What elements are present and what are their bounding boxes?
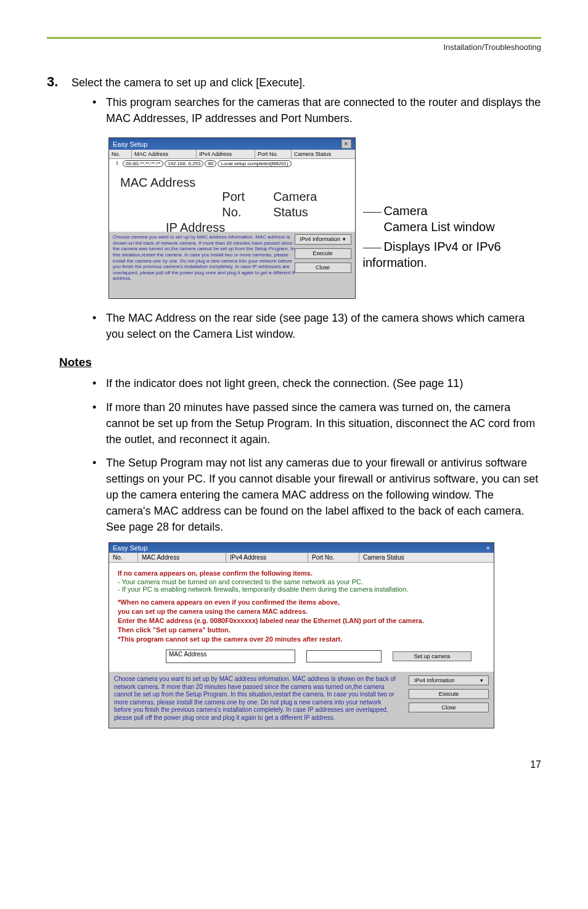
mac-address-input[interactable]: MAC Address bbox=[166, 650, 295, 663]
page-number: 17 bbox=[47, 759, 541, 770]
notes-heading: Notes bbox=[59, 356, 541, 369]
col-no: No. bbox=[109, 553, 138, 562]
execute-button[interactable]: Execute bbox=[409, 689, 489, 699]
step-instruction: Select the camera to set up and click [E… bbox=[71, 75, 305, 91]
col-ip: IPv4 Address bbox=[197, 150, 255, 158]
red-line: *When no camera appears on even if you c… bbox=[118, 598, 485, 607]
dialog-window: Easy Setup × No. MAC Address IPv4 Addres… bbox=[108, 137, 356, 299]
row-mac: 00-80-**-**-**-** bbox=[123, 160, 163, 167]
col-status: Camera Status bbox=[292, 150, 355, 158]
red-line: *This program cannot set up the camera o… bbox=[118, 635, 485, 644]
dialog-title: Easy Setup bbox=[113, 544, 147, 552]
dialog-footer-text: Choose camera you want to set up by MAC … bbox=[114, 675, 400, 722]
row-port: 80 bbox=[205, 160, 216, 167]
ipv4-dropdown[interactable]: IPv4 Information▾ bbox=[409, 675, 489, 685]
close-button[interactable]: Close bbox=[409, 703, 489, 712]
row-no: 1 bbox=[113, 160, 121, 167]
red-line: Enter the MAC address (e.g. 0080F0xxxxxx… bbox=[118, 616, 485, 626]
figure-easy-setup-1: Easy Setup × No. MAC Address IPv4 Addres… bbox=[108, 137, 541, 299]
note-item: If the indicator does not light green, c… bbox=[89, 375, 541, 391]
annot-displays-ipv4: Displays IPv4 or IPv6 information. bbox=[363, 238, 541, 271]
chevron-down-icon: ▾ bbox=[480, 677, 483, 683]
green-line: - Your camera must be turned on and conn… bbox=[118, 578, 485, 585]
chevron-down-icon: ▾ bbox=[343, 236, 346, 243]
note-item: If more than 20 minutes have passed sinc… bbox=[89, 399, 541, 447]
col-status: Camera Status bbox=[359, 553, 494, 562]
mac-value-input[interactable] bbox=[306, 650, 382, 662]
section-header: Installation/Troubleshooting bbox=[47, 43, 541, 52]
annot-camera-status: Camera Status bbox=[273, 189, 354, 220]
step-number: 3. bbox=[47, 74, 71, 90]
ipv4-dropdown[interactable]: IPv4 Information▾ bbox=[295, 234, 351, 245]
col-ip: IPv4 Address bbox=[226, 553, 308, 562]
red-line: Then click "Set up camera" button. bbox=[118, 626, 485, 635]
dialog-title: Easy Setup bbox=[113, 141, 147, 148]
close-icon[interactable]: × bbox=[486, 544, 490, 552]
after-figure-bullet: The MAC Address on the rear side (see pa… bbox=[89, 310, 541, 342]
red-line: you can set up the camera using the came… bbox=[118, 607, 485, 616]
close-button[interactable]: Close bbox=[295, 263, 351, 273]
annot-mac: MAC Address bbox=[120, 175, 355, 190]
row-ip: 192.168. 0.253 bbox=[165, 160, 203, 167]
green-line: - If your PC is enabling network firewal… bbox=[118, 585, 485, 593]
col-mac: MAC Address bbox=[132, 150, 197, 158]
step-sub-bullet: This program searches for the cameras th… bbox=[89, 94, 541, 126]
execute-button[interactable]: Execute bbox=[295, 248, 351, 259]
dialog-info-text: Choose camera you want to set up by MAC … bbox=[113, 234, 298, 282]
figure-easy-setup-2: Easy Setup × No. MAC Address IPv4 Addres… bbox=[108, 542, 494, 728]
col-port: Port No. bbox=[255, 150, 292, 158]
annot-camera-list-window: CameraCamera List window bbox=[363, 203, 541, 235]
col-port: Port No. bbox=[308, 553, 359, 562]
annot-port: Port No. bbox=[222, 189, 267, 220]
col-no: No. bbox=[109, 150, 132, 158]
col-mac: MAC Address bbox=[138, 553, 226, 562]
row-status: Local setup completed(BB201) bbox=[218, 160, 291, 167]
set-up-camera-button[interactable]: Set up camera bbox=[393, 651, 472, 661]
close-icon[interactable]: × bbox=[341, 139, 351, 149]
red-heading: If no camera appears on, please confirm … bbox=[118, 569, 485, 578]
note-item: The Setup Program may not list any camer… bbox=[89, 455, 541, 535]
